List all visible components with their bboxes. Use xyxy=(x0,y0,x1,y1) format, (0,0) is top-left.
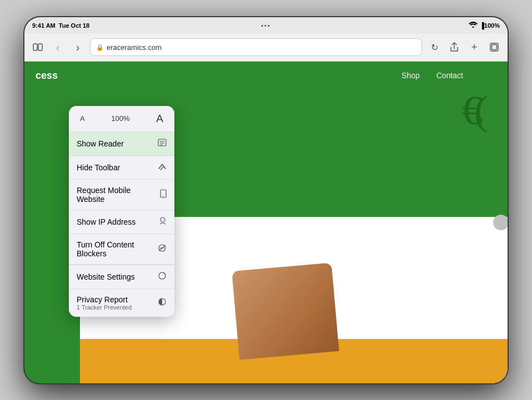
forward-icon: › xyxy=(76,41,80,54)
show-ip-item[interactable]: Show IP Address xyxy=(69,210,174,234)
svg-point-10 xyxy=(163,196,164,197)
font-increase-button[interactable]: A xyxy=(153,112,167,126)
nav-links: Shop Contact xyxy=(401,71,463,80)
tabs-button[interactable] xyxy=(30,39,46,55)
battery-text: ▐100% xyxy=(480,22,500,29)
show-reader-label: Show Reader xyxy=(77,139,124,148)
nav-contact: Contact xyxy=(436,71,463,80)
privacy-report-item[interactable]: Privacy Report 1 Tracker Prevented xyxy=(69,289,174,317)
privacy-report-text-group: Privacy Report 1 Tracker Prevented xyxy=(77,295,132,311)
mobile-icon xyxy=(160,189,167,200)
back-button[interactable]: ‹ xyxy=(50,39,66,55)
svg-rect-2 xyxy=(38,44,42,50)
settings-icon xyxy=(158,271,167,282)
date: Tue Oct 18 xyxy=(59,22,89,29)
hide-toolbar-label: Hide Toolbar xyxy=(77,163,120,172)
address-bar[interactable]: 🔒 eraceramics.com xyxy=(90,38,422,56)
show-ip-label: Show IP Address xyxy=(77,217,135,226)
hide-toolbar-icon xyxy=(158,162,167,173)
time: 9:41 AM xyxy=(32,22,56,29)
status-left: 9:41 AM Tue Oct 18 xyxy=(32,22,89,29)
aa-top-row: A 100% A xyxy=(69,106,174,132)
wifi-icon xyxy=(469,22,478,29)
font-decrease-button[interactable]: A xyxy=(77,113,88,124)
font-large-label: A xyxy=(156,113,163,124)
reader-icon xyxy=(158,138,167,149)
plus-icon: + xyxy=(471,42,478,53)
show-reader-item[interactable]: Show Reader xyxy=(69,132,174,156)
request-mobile-item[interactable]: Request Mobile Website xyxy=(69,180,174,210)
share-button[interactable] xyxy=(446,39,462,55)
clay-image xyxy=(232,262,339,360)
svg-rect-1 xyxy=(33,44,37,50)
svg-point-11 xyxy=(160,217,165,222)
status-bar: 9:41 AM Tue Oct 18 ••• ▐100% xyxy=(24,17,508,34)
page-wrapper: Pieskarieties, lai skatītu lapu programm… xyxy=(0,0,532,400)
website-settings-label: Website Settings xyxy=(77,272,135,281)
turn-off-blockers-label: Turn Off Content Blockers xyxy=(77,240,158,258)
aa-menu: A 100% A Show Reader xyxy=(69,106,174,317)
request-mobile-label: Request Mobile Website xyxy=(77,186,160,204)
privacy-tracker-sublabel: 1 Tracker Prevented xyxy=(77,304,132,311)
privacy-report-label: Privacy Report xyxy=(77,295,132,304)
main-content: cess Shop Contact €( A xyxy=(24,62,508,383)
tab-overview-button[interactable] xyxy=(486,39,502,55)
back-icon: ‹ xyxy=(56,41,60,54)
font-percent-label: 100% xyxy=(111,114,129,123)
ip-icon xyxy=(159,216,167,227)
brand-name: cess xyxy=(36,70,58,82)
browser-toolbar: ‹ › 🔒 eraceramics.com ↻ + xyxy=(24,34,508,62)
home-indicator[interactable] xyxy=(493,215,508,230)
refresh-icon: ↻ xyxy=(431,42,438,53)
svg-point-0 xyxy=(473,27,474,28)
font-small-label: A xyxy=(80,114,85,123)
turn-off-blockers-item[interactable]: Turn Off Content Blockers xyxy=(69,234,174,265)
refresh-button[interactable]: ↻ xyxy=(426,39,442,55)
address-text: eraceramics.com xyxy=(107,43,162,52)
svg-rect-4 xyxy=(492,45,497,50)
blockers-icon xyxy=(158,244,167,255)
privacy-icon xyxy=(158,297,167,308)
device-frame: 9:41 AM Tue Oct 18 ••• ▐100% xyxy=(24,17,508,383)
website-settings-item[interactable]: Website Settings xyxy=(69,265,174,289)
lock-icon: 🔒 xyxy=(96,44,104,51)
status-right: ▐100% xyxy=(469,22,500,29)
hide-toolbar-item[interactable]: Hide Toolbar xyxy=(69,156,174,180)
website-nav: cess Shop Contact xyxy=(24,62,508,90)
add-tab-button[interactable]: + xyxy=(466,39,482,55)
three-dots-toolbar: ••• xyxy=(261,22,271,29)
nav-shop: Shop xyxy=(401,71,420,80)
logo-symbol: €( xyxy=(462,87,480,134)
forward-button[interactable]: › xyxy=(70,39,86,55)
